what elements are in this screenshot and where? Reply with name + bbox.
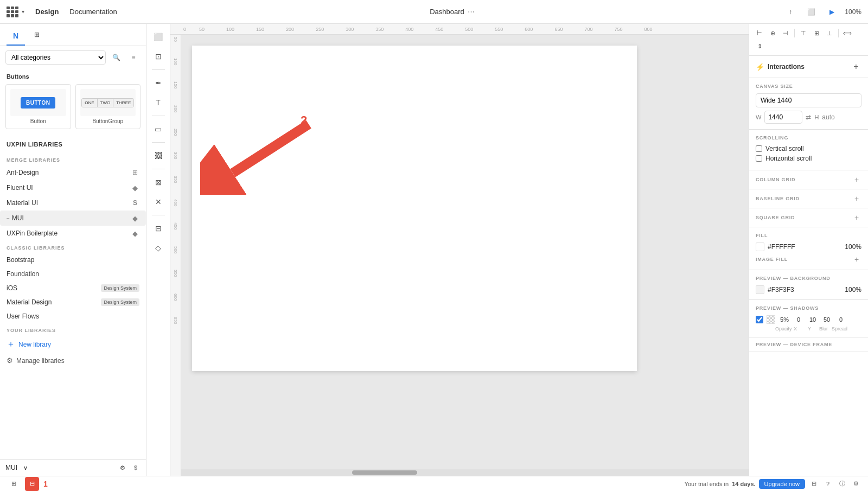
canvas-width-input[interactable] [764, 111, 802, 124]
search-icon[interactable]: 🔍 [109, 50, 123, 65]
manage-libraries-button[interactable]: ⚙ Manage libraries [0, 353, 146, 368]
scrollbar-thumb[interactable] [352, 470, 417, 475]
device-preview-icon[interactable]: ⬜ [803, 4, 819, 20]
status-icon-3[interactable]: ⓘ [837, 479, 847, 489]
square-grid-row: SQUARE GRID + [756, 213, 861, 222]
image-fill-add-button[interactable]: + [852, 254, 861, 264]
fill-opacity-value[interactable]: 100% [843, 243, 861, 251]
align-center-h-icon[interactable]: ⊕ [767, 27, 778, 39]
share-icon[interactable]: ↑ [783, 4, 798, 20]
tab-pages[interactable]: ⊞ [29, 27, 44, 42]
square-grid-add-button[interactable]: + [852, 213, 861, 222]
merge-libraries-label: MERGE LIBRARIES [0, 157, 146, 163]
new-library-button[interactable]: ＋ New library [0, 335, 146, 353]
tool-image[interactable]: 🖼 [150, 147, 167, 164]
distribute-v-icon[interactable]: ⇕ [754, 40, 765, 52]
tool-select[interactable]: ⬜ [150, 28, 167, 46]
library-material-ui[interactable]: Material UI S [0, 195, 146, 211]
tool-text[interactable]: T [150, 94, 167, 111]
zoom-label[interactable]: 100% [845, 8, 861, 16]
canvas-size-label: CANVAS SIZE [756, 84, 861, 89]
status-icon-1[interactable]: ⊟ [808, 479, 819, 489]
column-grid-add-button[interactable]: + [852, 175, 861, 184]
layers-icon[interactable]: ⊞ [7, 477, 21, 491]
width-label: W [756, 114, 761, 120]
interactions-add-button[interactable]: + [851, 61, 861, 72]
library-bootstrap[interactable]: Bootstrap [0, 253, 146, 267]
swap-dimensions-icon[interactable]: ⇄ [806, 113, 811, 121]
column-grid-section: COLUMN GRID + [749, 170, 868, 189]
tool-pen[interactable]: ✒ [150, 74, 167, 92]
column-grid-row: COLUMN GRID + [756, 175, 861, 184]
vertical-scroll-label[interactable]: Vertical scroll [765, 145, 804, 152]
shadow-checkbox[interactable] [756, 316, 763, 323]
preview-bg-label: PREVIEW — BACKGROUND [756, 276, 861, 281]
tool-x[interactable]: ✕ [150, 193, 167, 211]
canvas-area[interactable]: 0 50 100 150 200 250 300 350 400 450 500… [170, 24, 749, 476]
category-filter[interactable]: All categories [5, 50, 106, 65]
square-grid-section: SQUARE GRID + [749, 208, 868, 227]
shadow-opacity-label: Opacity [775, 326, 787, 331]
canvas-frame[interactable] [192, 46, 637, 371]
horizontal-scroll-checkbox[interactable] [756, 155, 762, 162]
align-middle-v-icon[interactable]: ⊞ [810, 27, 822, 39]
buttongroup-preview: ONETWOTHREE [80, 89, 136, 116]
active-layer-icon[interactable]: ⊟ [25, 477, 39, 491]
align-left-icon[interactable]: ⊢ [754, 27, 765, 39]
ant-design-icon: ⊞ [131, 168, 139, 177]
nav-design[interactable]: Design [31, 5, 63, 18]
library-mui-name: MUI [12, 214, 24, 222]
library-ant-design[interactable]: Ant-Design ⊞ [0, 165, 146, 180]
more-icon[interactable]: ⋯ [468, 8, 475, 16]
shadow-color-swatch[interactable] [767, 315, 775, 324]
tab-components[interactable]: N [7, 27, 25, 46]
list-view-icon[interactable]: ≡ [126, 50, 141, 65]
tool-rectangle[interactable]: ▭ [150, 120, 167, 138]
canvas-size-section: CANVAS SIZE Wide 1440 W ⇄ H auto [749, 78, 868, 130]
status-icon-4[interactable]: ⚙ [851, 479, 861, 489]
nav-documentation[interactable]: Documentation [65, 5, 121, 18]
manage-libraries-label: Manage libraries [16, 357, 65, 365]
component-card-buttongroup[interactable]: ONETWOTHREE ButtonGroup [75, 84, 141, 129]
status-icon-2[interactable]: ? [822, 479, 833, 489]
shadow-spread-label: Spread [832, 326, 844, 331]
trial-days: 14 days. [732, 481, 755, 487]
tool-component[interactable]: ⊟ [150, 220, 167, 237]
preview-bg-hex-value[interactable]: #F3F3F3 [768, 286, 839, 294]
library-uxpin-boilerplate[interactable]: UXPin Boilerplate ◆ [0, 226, 146, 241]
play-icon[interactable]: ▶ [824, 4, 839, 20]
topbar-right: ↑ ⬜ ▶ 100% [783, 4, 861, 20]
horizontal-scroll-label[interactable]: Horizontal scroll [765, 155, 812, 162]
library-user-flows[interactable]: User Flows [0, 309, 146, 323]
tool-frame[interactable]: ⊡ [150, 48, 167, 65]
fill-color-swatch[interactable] [756, 243, 764, 251]
preview-bg-color-swatch[interactable] [756, 285, 764, 294]
tool-merge[interactable]: ◇ [150, 239, 167, 257]
library-foundation[interactable]: Foundation [0, 267, 146, 281]
preview-device-label: PREVIEW — DEVICE FRAME [756, 342, 832, 347]
distribute-h-icon[interactable]: ⟺ [841, 27, 853, 39]
canvas-horizontal-scrollbar[interactable] [181, 469, 749, 476]
upgrade-button[interactable]: Upgrade now [759, 479, 805, 489]
library-fluent-ui[interactable]: Fluent UI ◆ [0, 180, 146, 195]
fill-hex-value[interactable]: #FFFFFF [768, 243, 839, 251]
sidebar-bottom-chevron[interactable]: ∨ [21, 463, 30, 473]
vertical-scroll-checkbox[interactable] [756, 145, 762, 152]
sidebar-dollar-icon[interactable]: $ [131, 463, 141, 473]
preview-device-section: PREVIEW — DEVICE FRAME [749, 337, 868, 352]
align-top-icon[interactable]: ⊤ [797, 27, 809, 39]
sidebar-settings-icon[interactable]: ⚙ [118, 463, 127, 473]
tool-interact[interactable]: ⊠ [150, 174, 167, 191]
baseline-grid-add-button[interactable]: + [852, 194, 861, 203]
preview-bg-opacity-value[interactable]: 100% [843, 286, 861, 294]
align-bottom-icon[interactable]: ⊥ [824, 27, 835, 39]
app-chevron-icon[interactable]: ▾ [22, 9, 24, 15]
align-right-icon[interactable]: ⊣ [780, 27, 792, 39]
app-grid-icon[interactable] [7, 7, 17, 17]
component-card-button[interactable]: BUTTON Button [5, 84, 71, 129]
library-mui[interactable]: − MUI ◆ [0, 211, 146, 226]
library-ios[interactable]: iOS Design System [0, 281, 146, 295]
library-foundation-name: Foundation [7, 270, 39, 278]
library-material-design[interactable]: Material Design Design System [0, 295, 146, 309]
canvas-size-select[interactable]: Wide 1440 [756, 93, 861, 107]
